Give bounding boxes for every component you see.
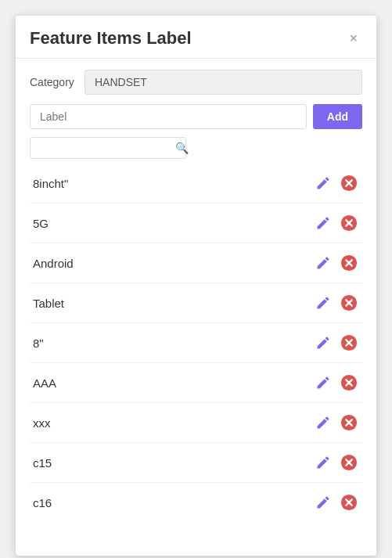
list-item: AAA: [30, 363, 362, 403]
delete-button[interactable]: [339, 373, 359, 393]
delete-button[interactable]: [339, 173, 359, 193]
delete-button[interactable]: [339, 452, 359, 473]
edit-button[interactable]: [314, 493, 333, 512]
delete-button[interactable]: [339, 412, 359, 433]
delete-button[interactable]: [339, 213, 359, 233]
edit-button[interactable]: [314, 413, 333, 432]
edit-button[interactable]: [314, 214, 333, 232]
edit-button[interactable]: [314, 373, 333, 392]
list-item: Tablet: [30, 283, 362, 323]
add-button[interactable]: Add: [313, 104, 362, 129]
edit-button[interactable]: [314, 254, 333, 272]
delete-button[interactable]: [339, 333, 359, 353]
category-label: Category: [30, 76, 77, 88]
list-item: c15: [30, 443, 362, 483]
list-item: xxx: [30, 403, 362, 443]
modal-body: Category HANDSET Add 🔍 8incht" 5G Androi…: [16, 59, 376, 533]
delete-button[interactable]: [339, 253, 359, 273]
item-label: 8incht": [33, 177, 314, 190]
item-actions: [314, 492, 359, 513]
item-actions: [314, 253, 359, 273]
items-list: 8incht" 5G Android Tablet 8" AAA xxx c15: [30, 164, 362, 522]
item-label: Android: [33, 257, 314, 270]
list-item: 8": [30, 323, 362, 363]
category-row: Category HANDSET: [30, 70, 362, 95]
item-label: xxx: [33, 416, 314, 430]
item-label: c16: [33, 496, 314, 509]
list-item: c16: [30, 483, 362, 522]
edit-button[interactable]: [314, 453, 333, 472]
label-input[interactable]: [30, 104, 307, 129]
list-item: 8incht": [30, 164, 362, 203]
item-label: 5G: [33, 217, 314, 230]
item-actions: [314, 173, 359, 193]
modal-header: Feature Items Label ×: [16, 16, 376, 59]
item-actions: [314, 213, 359, 233]
item-actions: [314, 373, 359, 393]
edit-button[interactable]: [314, 174, 333, 193]
feature-items-modal: Feature Items Label × Category HANDSET A…: [16, 16, 376, 556]
close-button[interactable]: ×: [344, 30, 362, 47]
item-label: 8": [33, 337, 314, 350]
item-actions: [314, 412, 359, 433]
item-actions: [314, 452, 359, 473]
search-row: 🔍: [30, 137, 186, 159]
list-item: Android: [30, 243, 362, 283]
search-icon: 🔍: [175, 142, 189, 154]
category-value: HANDSET: [85, 70, 362, 95]
edit-button[interactable]: [314, 293, 333, 312]
item-label: c15: [33, 456, 314, 470]
delete-button[interactable]: [339, 293, 359, 313]
edit-button[interactable]: [314, 333, 333, 352]
item-actions: [314, 333, 359, 353]
item-actions: [314, 293, 359, 313]
add-row: Add: [30, 104, 362, 129]
search-input[interactable]: [38, 142, 175, 154]
item-label: AAA: [33, 376, 314, 390]
item-label: Tablet: [33, 297, 314, 310]
delete-button[interactable]: [339, 492, 359, 513]
list-item: 5G: [30, 203, 362, 243]
modal-title: Feature Items Label: [30, 28, 192, 49]
